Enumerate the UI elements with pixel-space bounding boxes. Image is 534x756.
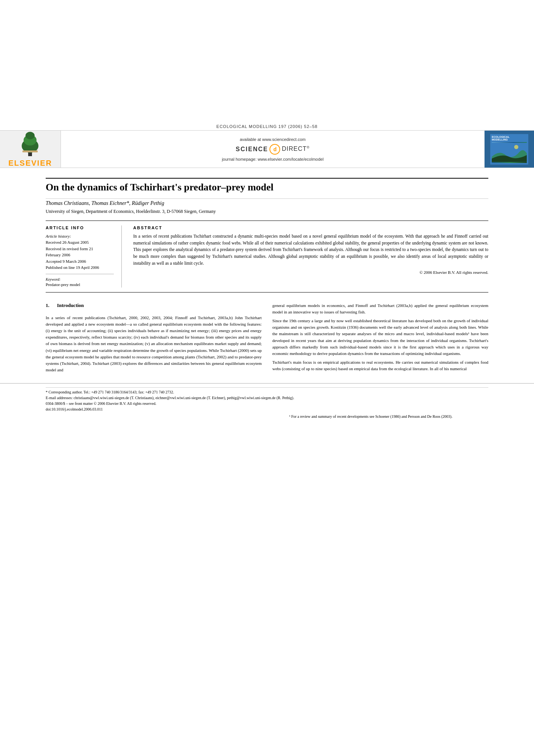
journal-middle-section: available at www.sciencedirect.com SCIEN…	[61, 131, 485, 168]
abstract-panel: ABSTRACT In a series of recent publicati…	[133, 225, 488, 288]
journal-cover-section: ECOLOGICAL MODELLING	[485, 131, 534, 168]
eco-model-cover: ECOLOGICAL MODELLING	[490, 134, 528, 165]
footnote-divider	[46, 387, 488, 388]
journal-vol-line: ECOLOGICAL MODELLING 197 (2006) 52–58	[0, 122, 534, 130]
elsevier-logo-section: ELSEVIER	[0, 131, 61, 168]
published-date: Published on line 19 April 2006	[46, 264, 114, 271]
main-content: 1. Introduction In a series of recent pu…	[0, 296, 534, 383]
direct-text: DIRECT®	[282, 145, 309, 152]
footnote-doi: doi:10.1016/j.ecolmodel.2006.03.011	[46, 406, 488, 412]
eco-cover-title1: ECOLOGICAL	[492, 136, 510, 139]
sciencedirect-logo: SCIENCE d DIRECT®	[236, 144, 309, 155]
journal-homepage-text: journal homepage: www.elsevier.com/locat…	[222, 157, 324, 161]
article-info-header: ARTICLE INFO	[46, 225, 114, 230]
info-divider	[46, 274, 114, 274]
d-circle-icon: d	[269, 144, 280, 155]
footnote1-text: ¹ For a review and summary of recent dev…	[289, 414, 488, 419]
article-info-panel: ARTICLE INFO Article history: Received 2…	[46, 225, 122, 288]
footnote1-container: ¹ For a review and summary of recent dev…	[46, 414, 488, 419]
keyword-value: Predator-prey model	[46, 281, 114, 288]
journal-volume-text: ECOLOGICAL MODELLING 197 (2006) 52–58	[217, 124, 318, 129]
section1-title: Introduction	[57, 302, 84, 308]
intro-paragraph: In a series of recent publications (Tsch…	[46, 315, 262, 373]
keyword-label: Keyword:	[46, 277, 114, 281]
eco-cover-title2: MODELLING	[492, 138, 508, 141]
page-wrapper: ECOLOGICAL MODELLING 197 (2006) 52–58 EL…	[0, 0, 534, 756]
copyright-text: © 2006 Elsevier B.V. All rights reserved…	[133, 270, 488, 275]
accepted-date: Accepted 9 March 2006	[46, 258, 114, 265]
article-title: On the dynamics of Tschirhart's predator…	[46, 181, 488, 194]
revised2: February 2006	[46, 252, 114, 258]
article-history-label: Article history:	[46, 233, 114, 240]
abstract-text: In a series of recent publications Tschi…	[133, 233, 488, 267]
right-column: general equilibrium models in economics,…	[273, 302, 489, 375]
title-bottom-divider	[46, 198, 488, 199]
abstract-header: ABSTRACT	[133, 225, 488, 230]
footnote-copyright-line: 0304-3800/$ – see front matter © 2006 El…	[46, 401, 488, 406]
footnote-section: * Corresponding author. Tel.: +49 271 74…	[0, 383, 534, 423]
revised-label: Received in revised form 21	[46, 246, 114, 252]
footnote-email: E-mail addresses: christiaans@vwl.wiwi.u…	[46, 395, 488, 401]
received-date: Received 26 August 2005	[46, 239, 114, 246]
elsevier-tree-icon	[15, 131, 45, 157]
affiliation: University of Siegen, Department of Econ…	[46, 209, 488, 214]
article-section: On the dynamics of Tschirhart's predator…	[0, 168, 534, 296]
left-column: 1. Introduction In a series of recent pu…	[46, 302, 262, 375]
section1-heading: 1. Introduction	[46, 302, 262, 312]
footnote-corresponding: * Corresponding author. Tel.: +49 271 74…	[46, 389, 488, 395]
eco-cover-image	[492, 142, 527, 163]
svg-point-3	[26, 132, 35, 139]
title-top-divider	[46, 178, 488, 179]
right-para3: Tschirhart's main focus is on empirical …	[273, 359, 489, 372]
article-info-abstract-container: ARTICLE INFO Article history: Received 2…	[46, 221, 488, 293]
intro-text1: In a series of recent publications (Tsch…	[46, 315, 262, 373]
section-number: 1.	[46, 302, 49, 308]
right-para2: Since the 19th century a large and by no…	[273, 318, 489, 356]
authors: Thomas Christiaans, Thomas Eichner*, Rüd…	[46, 200, 488, 206]
svg-point-7	[514, 145, 518, 149]
top-space	[0, 0, 534, 122]
history-italic: Article history:	[46, 234, 71, 238]
right-col-body: general equilibrium models in economics,…	[273, 302, 489, 372]
keyword-section: Keyword: Predator-prey model	[46, 277, 114, 288]
elsevier-brand-text: ELSEVIER	[8, 159, 52, 168]
journal-header: ELSEVIER available at www.sciencedirect.…	[0, 130, 534, 168]
science-text: SCIENCE	[236, 146, 268, 153]
available-text: available at www.sciencedirect.com	[240, 137, 306, 142]
right-para1: general equilibrium models in economics,…	[273, 302, 489, 315]
